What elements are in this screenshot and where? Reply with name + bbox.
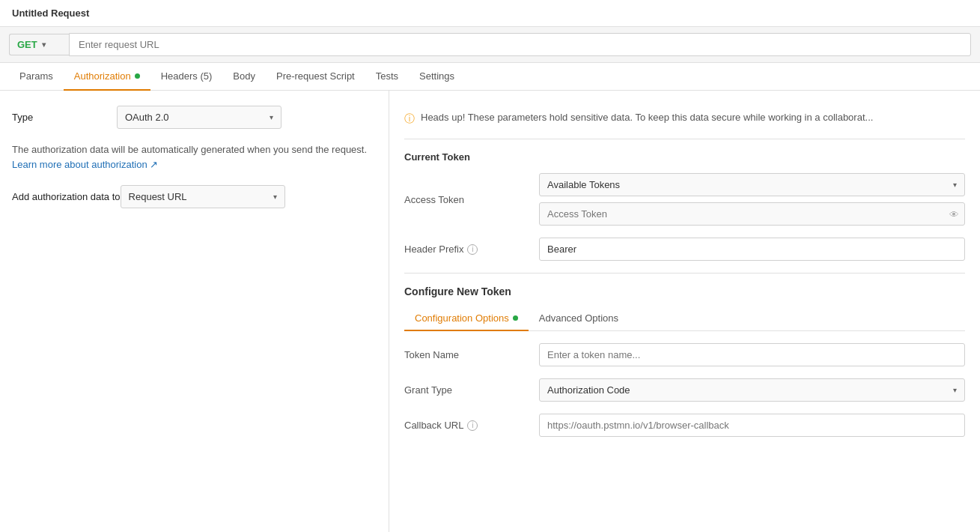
callback-url-label: Callback URL i (404, 420, 539, 431)
tab-tests-label: Tests (376, 70, 398, 82)
tab-params-label: Params (19, 70, 53, 82)
tab-headers-label: Headers (5) (161, 70, 213, 82)
info-warning-icon: ⓘ (404, 111, 415, 127)
token-name-input[interactable] (539, 343, 965, 366)
authorization-active-dot (135, 73, 140, 79)
url-input[interactable] (69, 33, 971, 56)
description-main: The authorization data will be automatic… (12, 144, 367, 155)
description-text: The authorization data will be automatic… (12, 142, 377, 172)
available-tokens-chevron-icon: ▾ (953, 181, 957, 189)
header-prefix-row: Header Prefix i (404, 238, 965, 261)
access-token-input-wrapper: 👁 (539, 202, 965, 226)
add-auth-label: Add authorization data to (12, 191, 121, 202)
access-token-label: Access Token (404, 194, 539, 205)
type-value: OAuth 2.0 (125, 112, 169, 123)
add-auth-row: Add authorization data to Request URL ▾ (12, 185, 377, 208)
callback-url-info-icon[interactable]: i (467, 420, 478, 431)
add-auth-select[interactable]: Request URL ▾ (121, 185, 285, 208)
token-eye-icon[interactable]: 👁 (949, 208, 959, 220)
add-auth-chevron-icon: ▾ (273, 193, 277, 201)
type-label: Type (12, 112, 117, 123)
sub-tab-configuration-label: Configuration Options (415, 312, 509, 324)
header-prefix-label: Header Prefix i (404, 244, 539, 255)
tab-pre-request-script[interactable]: Pre-request Script (266, 63, 365, 91)
tab-authorization-label: Authorization (74, 70, 131, 82)
title-bar: Untitled Request (0, 0, 980, 27)
main-content: Type OAuth 2.0 ▾ The authorization data … (0, 91, 980, 532)
url-bar: GET ▾ (0, 27, 980, 63)
header-prefix-input[interactable] (539, 238, 965, 261)
grant-type-value: Authorization Code (547, 384, 630, 396)
callback-url-input[interactable] (539, 414, 965, 437)
tab-params[interactable]: Params (9, 63, 64, 91)
method-chevron-icon: ▾ (42, 40, 46, 49)
current-token-title: Current Token (404, 151, 965, 163)
grant-type-chevron-icon: ▾ (953, 386, 957, 394)
add-auth-value: Request URL (129, 191, 187, 202)
grant-type-label: Grant Type (404, 384, 539, 396)
right-panel: ⓘ Heads up! These parameters hold sensit… (389, 91, 980, 532)
sub-tab-configuration-options[interactable]: Configuration Options (404, 306, 529, 331)
grant-type-select[interactable]: Authorization Code ▾ (539, 378, 965, 402)
tab-authorization[interactable]: Authorization (64, 63, 150, 91)
access-token-input[interactable] (539, 202, 965, 226)
section-separator (404, 273, 965, 273)
token-name-label: Token Name (404, 349, 539, 360)
configuration-options-dot (513, 315, 518, 321)
tabs-bar: Params Authorization Headers (5) Body Pr… (0, 63, 980, 91)
method-dropdown[interactable]: GET ▾ (9, 34, 69, 55)
available-tokens-select[interactable]: Available Tokens ▾ (539, 173, 965, 196)
tab-headers[interactable]: Headers (5) (150, 63, 223, 91)
type-row: Type OAuth 2.0 ▾ (12, 106, 377, 129)
sub-tab-advanced-options[interactable]: Advanced Options (529, 306, 629, 331)
learn-more-link[interactable]: Learn more about authorization ↗ (12, 159, 158, 170)
callback-url-row: Callback URL i (404, 414, 965, 437)
tab-body[interactable]: Body (222, 63, 266, 91)
configure-new-token-title: Configure New Token (404, 285, 965, 297)
left-panel: Type OAuth 2.0 ▾ The authorization data … (0, 91, 389, 532)
sub-tab-advanced-label: Advanced Options (539, 312, 618, 324)
info-banner: ⓘ Heads up! These parameters hold sensit… (404, 103, 965, 139)
access-token-row: Access Token Available Tokens ▾ 👁 (404, 173, 965, 226)
tab-settings-label: Settings (419, 70, 454, 82)
type-chevron-icon: ▾ (270, 113, 273, 121)
token-name-row: Token Name (404, 343, 965, 366)
grant-type-row: Grant Type Authorization Code ▾ (404, 378, 965, 402)
tab-tests[interactable]: Tests (365, 63, 409, 91)
sub-tabs: Configuration Options Advanced Options (404, 306, 965, 331)
window-title: Untitled Request (12, 7, 89, 19)
tab-pre-request-label: Pre-request Script (276, 70, 355, 82)
type-select[interactable]: OAuth 2.0 ▾ (117, 106, 281, 129)
method-label: GET (17, 39, 37, 50)
available-tokens-label: Available Tokens (547, 179, 620, 190)
tab-body-label: Body (233, 70, 255, 82)
tab-settings[interactable]: Settings (409, 63, 465, 91)
info-banner-text: Heads up! These parameters hold sensitiv… (421, 110, 873, 125)
header-prefix-info-icon[interactable]: i (467, 244, 478, 255)
